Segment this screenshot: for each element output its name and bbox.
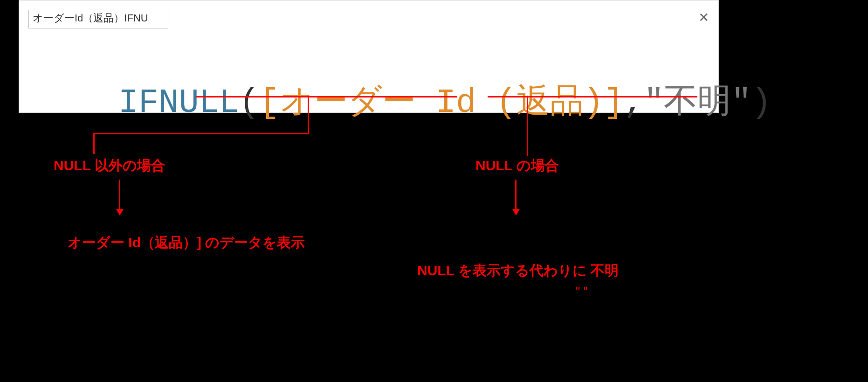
formula-code[interactable]: IFNULL([オーダー Id (返品)],"不明") (38, 40, 772, 161)
annotation-right-result: NULL を表示する代わりに 不明 (417, 261, 619, 280)
annotation-left-result: オーダー Id（返品）] のデータを表示 (68, 233, 305, 252)
underline-string (488, 96, 697, 97)
close-icon[interactable]: ✕ (698, 10, 709, 25)
arrow-stem (515, 180, 517, 210)
annotation-quote-marks: " " (576, 285, 588, 299)
arrow-down-icon (116, 209, 124, 215)
field-close-bracket: ] (604, 84, 624, 122)
connector-line (93, 133, 309, 134)
string-token: "不明" (644, 84, 751, 122)
arrow-stem (119, 180, 120, 210)
field-open-bracket: [ (259, 84, 279, 122)
formula-name-input[interactable]: オーダーId（返品）IFNU (28, 10, 168, 28)
open-paren-token: ( (239, 84, 259, 122)
annotation-right-label: NULL の場合 (475, 156, 559, 175)
underline-field (196, 96, 457, 97)
comma-token: , (624, 84, 644, 122)
divider (19, 38, 718, 38)
connector-line (93, 133, 95, 154)
editor-panel: オーダーId（返品）IFNU ✕ IFNULL([オーダー Id (返品)],"… (19, 0, 719, 113)
close-paren-token: ) (751, 84, 772, 122)
connector-line (308, 96, 309, 133)
field-name-token: オーダー Id (返品) (280, 84, 604, 122)
annotation-left-label: NULL 以外の場合 (54, 156, 165, 175)
function-token: IFNULL (118, 84, 239, 122)
connector-line (527, 96, 528, 156)
arrow-down-icon (512, 209, 520, 215)
